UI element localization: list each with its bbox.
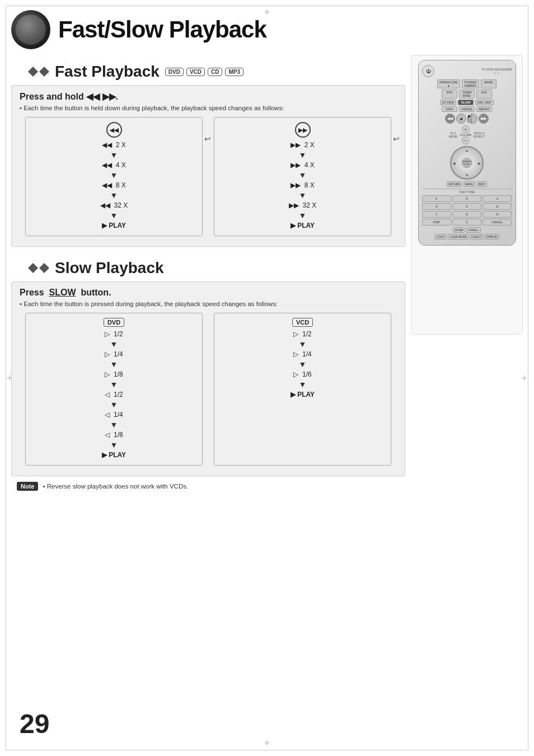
remote-aux-btn[interactable]: AUX bbox=[476, 90, 492, 98]
fast-playback-icon bbox=[28, 67, 49, 77]
remote-btn-2[interactable]: 2 bbox=[452, 195, 481, 202]
forward-icon: ▶▶ bbox=[295, 122, 311, 138]
remote-repeat-btn[interactable]: REPEAT bbox=[476, 106, 492, 112]
remote-info-btn[interactable]: INFO bbox=[477, 181, 487, 187]
remote-transport-row: ◀◀ ■ ▶/▏▏ ▶▶ bbox=[422, 114, 512, 124]
remote-menu-row: RETURN MENU INFO bbox=[422, 181, 512, 187]
rewind-arrow-4: ▼ bbox=[30, 211, 198, 220]
remote-btn-5[interactable]: 5 bbox=[452, 203, 481, 210]
remote-effect-label: DD PL IIEFFECT bbox=[474, 132, 484, 138]
remote-tv-video-btn[interactable]: TV/VIDEODIMMER bbox=[462, 79, 479, 88]
remote-disc-skip-btn[interactable]: DISC SKIP bbox=[475, 100, 494, 105]
forward-arrow-4: ▼ bbox=[219, 211, 386, 220]
forward-play: ▶ PLAY bbox=[219, 222, 386, 229]
fast-playback-title: Fast Playback bbox=[55, 63, 160, 81]
remote-osd-btn[interactable]: OSD/EQ bbox=[459, 106, 475, 112]
remote-tuner-btn[interactable]: TUNERBAND bbox=[459, 90, 475, 98]
remote-row-4: STEP OSD/EQ REPEAT bbox=[422, 106, 512, 112]
remote-vol-down-btn[interactable]: − bbox=[462, 137, 470, 144]
slow-dvd-step-4: ◁ 1/2 bbox=[30, 391, 198, 398]
rewind-play: ▶ PLAY bbox=[30, 222, 198, 229]
remote-nav-right[interactable]: ▶ bbox=[478, 161, 481, 165]
remote-dvd-btn[interactable]: DVD bbox=[442, 90, 457, 98]
forward-loop-arrow: ↩ bbox=[393, 134, 400, 143]
rewind-step-1: ◀◀ 2 X bbox=[30, 141, 198, 149]
forward-diagram-col: ▶▶ ▶▶ 2 X ▼ ▶▶ 4 X ▼ ▶▶ 8 X ▼ ▶▶ 32 X ▼ … bbox=[214, 117, 391, 236]
rewind-arrow-2: ▼ bbox=[30, 171, 198, 180]
remote-btn-step[interactable]: STEP bbox=[422, 219, 451, 226]
note-box: Note • Reverse slow playback does not wo… bbox=[17, 482, 400, 491]
remote-play-pause-btn[interactable]: ▶/▏▏ bbox=[467, 114, 477, 124]
remote-menu-btn[interactable]: MENU bbox=[463, 181, 475, 187]
slow-vcd-play: ▶ PLAY bbox=[219, 391, 386, 398]
remote-nav-down[interactable]: ▼ bbox=[465, 173, 469, 177]
remote-row-1: OPEN/CLOSE▲ TV/VIDEODIMMER MODE bbox=[422, 79, 512, 88]
remote-power-button[interactable]: ⏻ bbox=[422, 65, 434, 77]
slow-playback-title: Slow Playback bbox=[55, 259, 164, 277]
header-logo bbox=[11, 10, 50, 49]
badge-cd: CD bbox=[208, 68, 222, 76]
fast-playback-instruction-box: Press and hold ◀◀ ▶▶. • Each time the bu… bbox=[11, 85, 405, 247]
crosshair-left: + bbox=[7, 372, 13, 384]
page-title: Fast/Slow Playback bbox=[58, 16, 266, 43]
forward-step-3: ▶▶ 8 X bbox=[219, 181, 386, 189]
remote-slow-btn[interactable]: SLOW bbox=[458, 100, 474, 105]
slow-dvd-play: ▶ PLAY bbox=[30, 451, 198, 459]
slow-dvd-step-1: ▷ 1/2 bbox=[30, 330, 198, 338]
remote-step-btn[interactable]: STEP bbox=[442, 106, 457, 112]
remote-btn-6[interactable]: 6 bbox=[483, 203, 512, 210]
remote-btn-0[interactable]: 0 bbox=[452, 219, 481, 226]
remote-btn-8[interactable]: 8 bbox=[452, 211, 481, 218]
remote-btn-7[interactable]: 7 bbox=[422, 211, 451, 218]
slow-dvd-step-3: ▷ 1/8 bbox=[30, 370, 198, 378]
remote-atbrun-btn[interactable]: ATBRUN bbox=[485, 234, 499, 240]
remote-btn-4[interactable]: 4 bbox=[422, 203, 451, 210]
remote-body: ⏻ TV DVD RECEIVER○ ○ OPEN/CLOSE▲ TV/VIDE… bbox=[418, 60, 516, 246]
forward-step-4: ▶▶ 32 X bbox=[219, 201, 386, 209]
forward-arrow-1: ▼ bbox=[219, 151, 386, 159]
remote-open-close-btn[interactable]: OPEN/CLOSE▲ bbox=[437, 79, 460, 88]
remote-ez-view-btn[interactable]: EZ VIEW bbox=[440, 100, 456, 105]
remote-bottom-row-1: ZOOM CANAL+ bbox=[422, 227, 512, 233]
dvd-badge: DVD bbox=[104, 318, 124, 327]
forward-step-2: ▶▶ 4 X bbox=[219, 161, 386, 169]
remote-volume-nav-row: PL IIMODE + VOLUME − DD PL IIEFFECT bbox=[422, 125, 512, 144]
remote-btn-9[interactable]: 9 bbox=[483, 211, 512, 218]
remote-vol-up-btn[interactable]: + bbox=[462, 125, 470, 133]
left-panel: Fast Playback DVD VCD CD MP3 Press and h… bbox=[11, 55, 405, 496]
remote-stop-btn[interactable]: ■ bbox=[456, 114, 466, 124]
forward-arrow-2: ▼ bbox=[219, 171, 386, 180]
remote-enter-btn[interactable]: ENTERC.UP bbox=[462, 158, 472, 168]
remote-btn-1[interactable]: 1 bbox=[422, 195, 451, 202]
remote-row-3: EZ VIEW SLOW DISC SKIP bbox=[422, 100, 512, 105]
remote-label-tv: TV DVD RECEIVER○ ○ bbox=[481, 68, 512, 74]
rewind-icon: ◀◀ bbox=[106, 122, 122, 138]
remote-canal-btn[interactable]: CANAL+ bbox=[466, 227, 481, 233]
remote-circle-nav[interactable]: ▲ ▼ ◀ ▶ ENTERC.UP bbox=[450, 146, 484, 180]
slow-vcd-col: VCD ▷ 1/2 ▼ ▷ 1/4 ▼ ▷ 1/6 ▼ ▶ PLAY bbox=[214, 313, 391, 466]
remote-d-eect-btn[interactable]: D.EECT bbox=[470, 234, 483, 240]
remote-logo-btn[interactable]: LOGO bbox=[434, 234, 447, 240]
remote-nav-up[interactable]: ▲ bbox=[465, 149, 469, 152]
remote-container: ⏻ TV DVD RECEIVER○ ○ OPEN/CLOSE▲ TV/VIDE… bbox=[411, 55, 523, 335]
remote-rewind-btn[interactable]: ◀◀ bbox=[445, 114, 455, 124]
remote-row-2: DVD TUNERBAND AUX bbox=[422, 90, 512, 98]
forward-step-1: ▶▶ 2 X bbox=[219, 141, 386, 149]
slow-vcd-step-1: ▷ 1/2 bbox=[219, 330, 386, 338]
remote-fast-forward-btn[interactable]: ▶▶ bbox=[479, 114, 489, 124]
badge-vcd: VCD bbox=[186, 68, 205, 76]
remote-top: ⏻ TV DVD RECEIVER○ ○ bbox=[422, 65, 512, 77]
remote-zoom-btn[interactable]: ZOOM bbox=[453, 227, 465, 233]
remote-mode-btn[interactable]: MODE bbox=[481, 79, 496, 88]
remote-nav-left[interactable]: ◀ bbox=[453, 161, 456, 165]
remote-slide-mode-btn[interactable]: SLIDE MODE bbox=[448, 234, 469, 240]
right-panel: ⏻ TV DVD RECEIVER○ ○ OPEN/CLOSE▲ TV/VIDE… bbox=[411, 55, 523, 496]
remote-btn-cancel[interactable]: CANCEL bbox=[483, 219, 512, 226]
remote-return-btn[interactable]: RETURN bbox=[447, 181, 462, 187]
slow-playback-icon bbox=[28, 263, 49, 273]
badge-dvd: DVD bbox=[165, 68, 184, 76]
remote-btn-3[interactable]: 3 bbox=[483, 195, 512, 202]
fast-playback-diagram: ◀◀ ◀◀ 2 X ▼ ◀◀ 4 X ▼ ◀◀ 8 X ▼ ◀◀ 32 X ▼ … bbox=[20, 112, 397, 241]
remote-test-tone-label: TEST TONE bbox=[422, 189, 512, 194]
slow-dvd-step-6: ◁ 1/8 bbox=[30, 431, 198, 439]
